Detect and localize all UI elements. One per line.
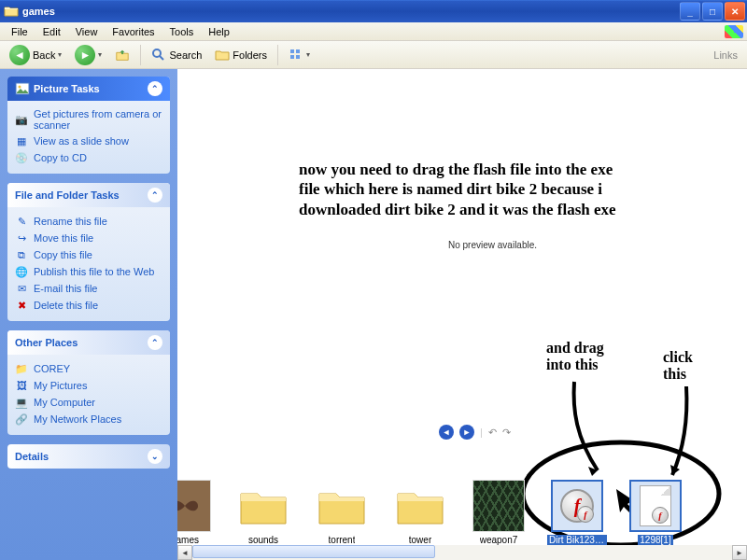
svg-rect-5 bbox=[290, 55, 294, 59]
flash-doc-icon bbox=[629, 480, 682, 532]
file-item-torrent[interactable]: torrent bbox=[312, 480, 372, 545]
task-copy-cd[interactable]: 💿Copy to CD bbox=[15, 149, 162, 166]
file-item-sounds[interactable]: sounds bbox=[233, 480, 293, 545]
dropdown-icon: ▾ bbox=[98, 50, 102, 59]
rename-icon: ✎ bbox=[15, 215, 28, 228]
thumbnail-image bbox=[177, 480, 211, 532]
menu-favorites[interactable]: Favorites bbox=[105, 24, 162, 39]
task-label: Delete this file bbox=[34, 300, 98, 311]
flash-exe-icon bbox=[551, 480, 603, 532]
task-label: Copy this file bbox=[34, 249, 92, 260]
delete-icon: ✖ bbox=[15, 299, 28, 312]
file-label: sounds bbox=[248, 535, 278, 545]
scroll-thumb[interactable] bbox=[192, 545, 435, 558]
cd-icon: 💿 bbox=[15, 151, 28, 164]
other-places-header[interactable]: Other Places ⌃ bbox=[7, 330, 170, 355]
menu-edit[interactable]: Edit bbox=[35, 24, 68, 39]
minimize-button[interactable]: _ bbox=[680, 2, 700, 21]
window-buttons: _ □ ✕ bbox=[680, 2, 745, 21]
horizontal-scrollbar[interactable]: ◄ ► bbox=[177, 545, 747, 560]
folder-icon bbox=[237, 480, 289, 532]
menu-help[interactable]: Help bbox=[201, 24, 237, 39]
folders-icon bbox=[215, 48, 230, 63]
back-label: Back bbox=[33, 49, 55, 61]
rotate-ccw-button[interactable]: ↶ bbox=[488, 427, 497, 439]
scroll-track[interactable] bbox=[192, 545, 732, 560]
picture-icon bbox=[15, 81, 30, 96]
dropdown-icon: ▾ bbox=[306, 50, 310, 59]
copy-icon: ⧉ bbox=[15, 248, 28, 261]
file-label: weapon7 bbox=[480, 535, 518, 545]
task-slideshow[interactable]: ▦View as a slide show bbox=[15, 133, 162, 149]
file-item-tower[interactable]: tower bbox=[390, 480, 450, 545]
folders-button[interactable]: Folders bbox=[209, 45, 273, 65]
picture-tasks-panel: Picture Tasks ⌃ 📷Get pictures from camer… bbox=[7, 77, 170, 174]
chevron-up-icon[interactable]: ⌃ bbox=[148, 188, 162, 203]
forward-button[interactable]: ► ▾ bbox=[69, 42, 107, 68]
file-label: Dirt Bik1238[1] bbox=[547, 535, 607, 545]
file-label: 1298[1] bbox=[638, 535, 672, 545]
svg-point-1 bbox=[153, 49, 161, 57]
menu-file[interactable]: File bbox=[4, 24, 35, 39]
views-button[interactable]: ▾ bbox=[283, 45, 316, 65]
task-label: E-mail this file bbox=[34, 283, 97, 294]
task-delete[interactable]: ✖Delete this file bbox=[15, 297, 162, 314]
task-label: Copy to CD bbox=[34, 152, 87, 163]
scroll-left-button[interactable]: ◄ bbox=[177, 545, 192, 560]
dropdown-icon: ▾ bbox=[58, 50, 62, 59]
back-arrow-icon: ◄ bbox=[9, 45, 30, 65]
task-copy[interactable]: ⧉Copy this file bbox=[15, 246, 162, 263]
scroll-right-button[interactable]: ► bbox=[732, 545, 747, 560]
sidebar: Picture Tasks ⌃ 📷Get pictures from camer… bbox=[0, 69, 177, 560]
file-item-weapon7[interactable]: weapon7 bbox=[469, 480, 529, 545]
task-rename[interactable]: ✎Rename this file bbox=[15, 213, 162, 230]
place-label: My Computer bbox=[34, 397, 95, 408]
svg-rect-6 bbox=[296, 55, 300, 59]
camera-icon: 📷 bbox=[15, 113, 28, 126]
file-tasks-header[interactable]: File and Folder Tasks ⌃ bbox=[7, 183, 170, 207]
file-item-names[interactable]: names bbox=[177, 480, 215, 545]
place-label: My Pictures bbox=[34, 380, 87, 391]
search-label: Search bbox=[169, 49, 202, 61]
place-my-pictures[interactable]: 🖼My Pictures bbox=[15, 377, 162, 394]
task-label: Publish this file to the Web bbox=[34, 266, 154, 277]
task-move[interactable]: ↪Move this file bbox=[15, 230, 162, 246]
picture-tasks-header[interactable]: Picture Tasks ⌃ bbox=[7, 77, 170, 101]
prev-button[interactable]: ◄ bbox=[439, 425, 454, 440]
file-item-dirtbike[interactable]: Dirt Bik1238[1] bbox=[547, 480, 607, 545]
window-title: games bbox=[22, 6, 680, 17]
svg-line-2 bbox=[160, 56, 163, 60]
task-email[interactable]: ✉E-mail this file bbox=[15, 280, 162, 297]
up-button[interactable] bbox=[109, 45, 135, 65]
chevron-up-icon[interactable]: ⌃ bbox=[148, 81, 162, 96]
links-label: Links bbox=[713, 49, 743, 61]
details-header[interactable]: Details ⌄ bbox=[7, 444, 170, 469]
place-network[interactable]: 🔗My Network Places bbox=[15, 411, 162, 427]
task-get-pictures[interactable]: 📷Get pictures from camera or scanner bbox=[15, 106, 162, 133]
place-corey[interactable]: 📁COREY bbox=[15, 360, 162, 377]
task-label: View as a slide show bbox=[34, 135, 129, 147]
move-icon: ↪ bbox=[15, 231, 28, 245]
rotate-cw-button[interactable]: ↷ bbox=[502, 427, 511, 439]
place-label: My Network Places bbox=[34, 413, 121, 425]
menu-view[interactable]: View bbox=[68, 24, 106, 39]
menu-tools[interactable]: Tools bbox=[162, 24, 202, 39]
chevron-down-icon[interactable]: ⌄ bbox=[148, 449, 162, 464]
next-button[interactable]: ► bbox=[459, 425, 474, 440]
filmstrip-controls: ◄ ► | ↶ ↷ bbox=[439, 425, 511, 440]
maximize-button[interactable]: □ bbox=[702, 2, 723, 21]
place-my-computer[interactable]: 💻My Computer bbox=[15, 394, 162, 411]
file-item-1298[interactable]: 1298[1] bbox=[626, 480, 685, 545]
task-publish[interactable]: 🌐Publish this file to the Web bbox=[15, 263, 162, 280]
pictures-icon: 🖼 bbox=[15, 379, 28, 392]
separator bbox=[140, 45, 141, 65]
back-button[interactable]: ◄ Back ▾ bbox=[4, 42, 67, 68]
close-button[interactable]: ✕ bbox=[725, 2, 745, 21]
svg-point-8 bbox=[19, 86, 21, 89]
chevron-up-icon[interactable]: ⌃ bbox=[148, 335, 162, 350]
file-label: torrent bbox=[329, 535, 356, 545]
folder-icon bbox=[394, 480, 446, 532]
file-tasks-panel: File and Folder Tasks ⌃ ✎Rename this fil… bbox=[7, 183, 170, 321]
search-button[interactable]: Search bbox=[146, 45, 207, 65]
slideshow-icon: ▦ bbox=[15, 134, 28, 147]
